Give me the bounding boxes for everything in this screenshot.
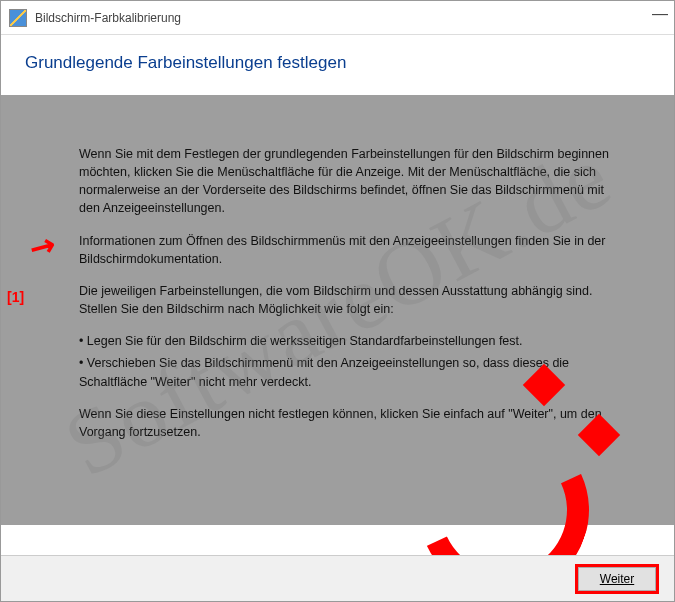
next-button[interactable]: Weiter <box>578 567 656 591</box>
annotation-label: [1] <box>7 289 24 305</box>
footer-bar: Weiter <box>1 555 674 601</box>
paragraph-3: Die jeweiligen Farbeinstellungen, die vo… <box>79 282 612 318</box>
paragraph-1: Wenn Sie mit dem Festlegen der grundlege… <box>79 145 612 218</box>
window-title: Bildschirm-Farbkalibrierung <box>35 11 181 25</box>
window-controls: — <box>652 5 668 23</box>
page-heading: Grundlegende Farbeinstellungen festlegen <box>25 53 650 73</box>
app-icon <box>9 9 27 27</box>
titlebar: Bildschirm-Farbkalibrierung — <box>1 1 674 35</box>
header-section: Grundlegende Farbeinstellungen festlegen <box>1 35 674 95</box>
bullet-1: • Legen Sie für den Bildschirm die werks… <box>79 332 612 351</box>
content-area: SoftwareOK.de Wenn Sie mit dem Festlegen… <box>1 95 674 525</box>
paragraph-2: Informationen zum Öffnen des Bildschirmm… <box>79 232 612 268</box>
minimize-icon[interactable]: — <box>652 5 668 23</box>
